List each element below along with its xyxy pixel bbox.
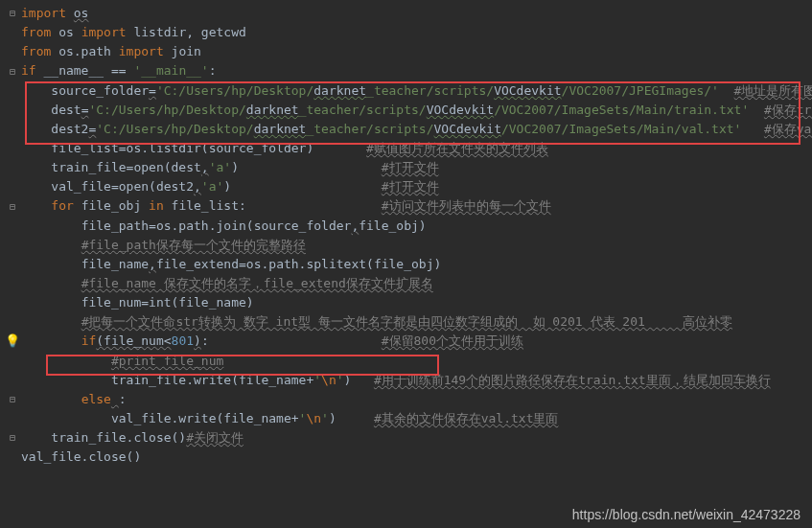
comment: #把每一个文件命str转换为 数字 int型 每一文件名字都是由四位数字组成的 … bbox=[81, 312, 732, 332]
number: 801 bbox=[172, 332, 194, 351]
code: file_path=os.path.join(source_folder bbox=[81, 217, 352, 236]
operator: == bbox=[111, 61, 133, 80]
identifier: __name__ bbox=[43, 61, 110, 80]
code-line[interactable]: from os.path import join bbox=[4, 42, 812, 61]
operator: = bbox=[81, 101, 89, 120]
comment: #关闭文件 bbox=[186, 428, 244, 448]
code: val_file.close() bbox=[21, 448, 141, 467]
operator: = bbox=[149, 81, 156, 101]
comment: #file_path保存每一个文件的完整路径 bbox=[81, 236, 306, 255]
code-editor[interactable]: ⊟import os from os import listdir, getcw… bbox=[0, 0, 812, 471]
bulb-icon[interactable]: 💡 bbox=[4, 332, 21, 351]
code-line[interactable]: from os import listdir, getcwd bbox=[4, 23, 812, 42]
keyword: import bbox=[81, 23, 134, 42]
code-line[interactable]: #file_name 保存文件的名字，file_extend保存文件扩展名 bbox=[4, 274, 812, 293]
keyword: if bbox=[21, 61, 43, 80]
string: '__main__' bbox=[133, 61, 208, 80]
operator: = bbox=[88, 120, 96, 139]
code: file_num=int(file_name) bbox=[81, 293, 254, 312]
keyword: from bbox=[21, 42, 58, 61]
code-line[interactable]: #把每一个文件命str转换为 数字 int型 每一文件名字都是由四位数字组成的 … bbox=[4, 312, 812, 332]
code: file_name bbox=[81, 255, 149, 274]
comment: #print file_num bbox=[111, 352, 223, 371]
comment: #file_name 保存文件的名字，file_extend保存文件扩展名 bbox=[81, 274, 433, 293]
identifier: join bbox=[172, 42, 201, 61]
identifier: dest bbox=[51, 101, 81, 120]
keyword: in bbox=[149, 196, 171, 216]
comment: #其余的文件保存在val.txt里面 bbox=[374, 409, 559, 428]
code-line[interactable]: ⊟ train_file.close()#关闭文件 bbox=[4, 428, 812, 448]
identifier: source_folder bbox=[51, 81, 149, 101]
punctuation: : bbox=[209, 61, 217, 80]
fold-icon[interactable]: ⊟ bbox=[4, 6, 21, 21]
comment: #赋值图片所在文件夹的文件列表 bbox=[366, 139, 548, 158]
keyword: from bbox=[21, 23, 58, 42]
code: train_file.write(file_name+ bbox=[111, 371, 313, 390]
identifier: os bbox=[74, 4, 89, 23]
code-line[interactable]: train_file=open(dest,'a') #打开文件 bbox=[4, 158, 812, 177]
identifier: os bbox=[58, 23, 81, 42]
keyword: for bbox=[51, 196, 81, 216]
identifier: listdir, getcwd bbox=[133, 23, 245, 42]
fold-icon[interactable]: ⊟ bbox=[4, 392, 21, 407]
code: train_file.close() bbox=[51, 428, 186, 448]
comment: #保存val.txt的地址 bbox=[764, 120, 812, 139]
code-line[interactable]: val_file.close() bbox=[4, 448, 812, 467]
code-line[interactable]: val_file.write(file_name+'\n') #其余的文件保存在… bbox=[4, 409, 812, 428]
code-line[interactable]: #print file_num bbox=[4, 352, 812, 371]
code-line[interactable]: file_num=int(file_name) bbox=[4, 293, 812, 312]
keyword: else bbox=[81, 390, 111, 409]
code: train_file=open(dest bbox=[51, 158, 201, 177]
code-line[interactable]: ⊟import os bbox=[4, 4, 812, 23]
code-line[interactable]: 💡 if(file_num<801): #保留800个文件用于训练 bbox=[4, 332, 812, 351]
code: val_file.write(file_name+ bbox=[111, 409, 299, 428]
identifier: dest2 bbox=[51, 120, 88, 139]
code-line[interactable]: ⊟ else : bbox=[4, 390, 812, 409]
code-line[interactable]: dest2='C:/Users/hp/Desktop/darknet_teach… bbox=[4, 120, 812, 139]
fold-icon[interactable]: ⊟ bbox=[4, 430, 21, 446]
code-line[interactable]: file_list=os.listdir(source_folder) #赋值图… bbox=[4, 139, 812, 158]
code-line[interactable]: train_file.write(file_name+'\n') #用于训练前1… bbox=[4, 371, 812, 390]
code-line[interactable]: #file_path保存每一个文件的完整路径 bbox=[4, 236, 812, 255]
code: file_list=os.listdir(source_folder) bbox=[51, 139, 313, 158]
comment: #保留800个文件用于训练 bbox=[382, 332, 523, 351]
identifier: os.path bbox=[58, 42, 119, 61]
comment: #访问文件列表中的每一个文件 bbox=[382, 196, 551, 216]
comment: #用于训练前149个的图片路径保存在train.txt里面，结尾加回车换行 bbox=[374, 371, 771, 390]
comment: #保存train.txt的地址 bbox=[764, 101, 812, 120]
code-line[interactable]: source_folder='C:/Users/hp/Desktop/darkn… bbox=[4, 81, 812, 101]
code-line[interactable]: ⊟if __name__ == '__main__': bbox=[4, 61, 812, 80]
fold-icon[interactable]: ⊟ bbox=[4, 64, 21, 80]
code-line[interactable]: dest='C:/Users/hp/Desktop/darknet_teache… bbox=[4, 101, 812, 120]
code: val_file=open(dest2 bbox=[51, 177, 194, 196]
comment: #地址是所有图片的保存地点 bbox=[734, 81, 812, 101]
keyword: import bbox=[119, 42, 172, 61]
comment: #打开文件 bbox=[382, 158, 439, 177]
comment: #打开文件 bbox=[382, 177, 439, 196]
code-line[interactable]: ⊟ for file_obj in file_list: #访问文件列表中的每一… bbox=[4, 196, 812, 216]
watermark-text: https://blog.csdn.net/weixin_42473228 bbox=[572, 507, 800, 522]
keyword: if bbox=[81, 332, 97, 351]
code-line[interactable]: file_path=os.path.join(source_folder,fil… bbox=[4, 217, 812, 236]
code-line[interactable]: val_file=open(dest2,'a') #打开文件 bbox=[4, 177, 812, 196]
code-line[interactable]: file_name,file_extend=os.path.splitext(f… bbox=[4, 255, 812, 274]
keyword: import bbox=[21, 4, 74, 23]
fold-icon[interactable]: ⊟ bbox=[4, 199, 21, 215]
